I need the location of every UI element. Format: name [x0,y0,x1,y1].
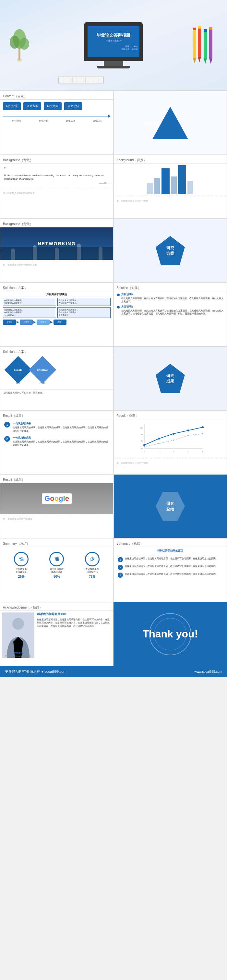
slide-bg-chart: Background（背景） 用一张图图来表达说明研究背景 [113,155,227,219]
result-list-header: Result（成果） [0,411,113,419]
summary-reasons-title: Summary [116,542,130,545]
svg-point-26 [143,444,145,446]
summary-reasons-heading: 得到优秀的结果的原因 [114,547,227,554]
instructor-name: 张老师 [132,48,138,50]
flow-cell-3: 在此处输入方案要点，在此处输入方案要点，入方案要点。 [3,307,56,318]
point-2-title: 方案说明2 [121,305,224,309]
slide-summary-reasons: Summary（总结） 得到优秀的结果的原因 1 在这里填写总结原因，在这里填写… [113,538,227,602]
triangle-text: 研究背景 [143,121,162,126]
row-5: Solution（方案） Simple 简单 Effective 有效 [0,347,227,410]
slide-summary-icons: Summary（总结） 快 提高结论数 并推荐活动 25% 准 计划总结推荐 [0,538,113,602]
google-image: Google [0,483,113,514]
svg-text:0: 0 [141,447,143,450]
bar-2 [154,178,160,194]
row-3: Background（背景） NETWORKING 用一张图片来说明研究背景的原… [0,219,227,283]
bullet-3: 3 [118,573,123,578]
solution-flow-title: Solution [3,286,14,290]
summary-point-1: 1 在这里填写总结原因，在这里填写总结原因，在这里填写总结原因，在这里填写总结的… [118,557,223,562]
google-g1: G [44,495,50,503]
quote-author: ——XXX [99,182,109,185]
decorative-plant [10,19,29,63]
flow-cell-2: 在此处输入方案要点，在此处输入方案要点。 [57,298,111,306]
ack-content: 黑鸟图网 网址：http://www.taobao.com/ 感谢我的指导老师X… [0,611,113,661]
accurate-percent: 50% [54,575,60,578]
less-label-2: 机结果方法 [87,571,98,573]
result-item-1: 1 一句话总结成果 在这里填写研究的成果，在这里填写研究的成果，在这里填写研究的… [4,422,109,433]
cover-info: 演讲人： J-bin 国际老师： 张老师 [87,45,140,51]
bar-4 [171,177,177,194]
summary-icons-cn: （总结） [17,542,30,545]
chengguo-pentagon: 研究 成果 [156,364,185,393]
summary-icon-fast: 快 提高结论数 并推荐活动 25% [14,552,29,578]
ack-thank-title: 感谢我的指导老师XXX [37,612,111,616]
flow-cell-4: 在此处输入方案要点，在此处输入方案要点，入方案要点。 [57,307,111,318]
less-char: 少 [90,556,94,562]
svg-point-33 [173,439,174,441]
row-1: Content（目录） 研究背景 研究方案 研究成果 研究总结 研究背景 研究方… [0,91,227,155]
bottom-banner: 更多精品PPT资源尽在 ● sucai999.com www.sucai999.… [0,666,227,677]
point-bullet-1 [117,294,120,296]
quote-section: " Route recommendation service has becom… [0,164,113,188]
bullet-2: 2 [118,565,123,570]
content-title: Content [3,94,14,98]
google-caption-area: 用一张图片来说明研究的成果 [0,514,113,522]
bg-quote-title: Background [3,158,20,162]
mountain-chart [114,164,227,196]
hexagon-label2: 总结 [167,506,174,512]
result-title-1: 一句话总结成果 [13,422,109,425]
summary-point-3: 3 在这里填写总结原因，在这里填写总结原因，在这里填写总结原因，在这里填写总结的… [118,573,223,578]
svg-text:15: 15 [140,427,143,429]
step-1: 步骤1 [3,320,16,325]
fast-circle: 快 [14,552,29,566]
line-chart-svg: 0 5 10 15 [135,422,206,455]
person-silhouette-wrap: 黑鸟图网 网址：http://www.taobao.com/ [2,612,34,659]
point-bullet-2 [117,306,120,309]
point-2-body: 在此处输入方案说明，在此处输入方案说明，在此处输入方案说明，在此处输入方案说明，… [121,309,224,316]
step-4: 步骤4 [54,320,67,325]
monitor-base [97,66,130,68]
toc-item-3: 研究成果 [44,102,62,110]
networking-title: Background [3,222,20,226]
diamonds-header: Solution（方案） [0,347,113,355]
result-text-1: 在这里填写研究的成果，在这里填写研究的成果，在这里填写研究的成果，在这里填写研究… [13,426,109,433]
summary-reasons-header: Summary（总结） [114,538,227,547]
result-chart-cn: （成果） [125,414,138,417]
svg-point-29 [187,430,189,431]
instructor-label: 国际老师： [122,48,131,50]
slide-zongjie-hexagon: 研究 总结 [113,474,227,538]
toc-item-1: 研究背景 [3,102,21,110]
fast-char: 快 [19,556,24,562]
bg-quote-header: Background（背景） [0,155,113,164]
triangle-label1: 研究背景 [145,122,160,126]
chart-caption: 用一张图图来表达说明研究背景 [116,200,148,202]
bg-quote-title-cn: （背景） [20,158,33,162]
networking-caption-area: 用一张图片来说明研究背景的原型 [0,260,113,268]
cover-title: 毕业论文答辩模版 [97,32,130,38]
presenter-name: J-bin [133,45,138,47]
row-7: Result（成果） Google 用一张图片来说明研究的成果 研究 总结 [0,474,227,538]
networking-caption: 用一张图片来说明研究背景的原型 [3,264,37,266]
svg-rect-11 [204,31,207,58]
slide-result-google: Result（成果） Google 用一张图片来说明研究的成果 [0,474,113,538]
toc-arrow-row [0,115,113,118]
summary-reasons-cn: （总结） [130,542,143,545]
row-8: Summary（总结） 快 提高结论数 并推荐活动 25% 准 计划总结推荐 [0,538,227,602]
google-o1: o [50,495,54,503]
toc-label-3: 研究成果 [66,119,75,123]
bar-3-peak [162,169,170,194]
presenter-label: 演讲人： [125,45,133,47]
fast-percent: 25% [18,575,25,578]
toc-item-2: 研究方案 [23,102,41,110]
step-2: 步骤2 [20,320,33,325]
pentagon-shape: 研究 方案 [156,236,185,266]
solution-text-title: Solution [116,286,128,290]
slide-thankyou: Thank you! [113,602,227,666]
arrow-3: ▶ [50,320,53,324]
svg-point-31 [144,446,145,447]
google-e: e [65,495,69,503]
slide-bg-quote: Background（背景） " Route recommendation se… [0,155,113,219]
svg-rect-5 [193,29,196,58]
triangle-wrapper: 研究背景 [152,107,188,139]
google-logo: Google [42,493,71,504]
content-title-cn: （目录） [14,94,27,98]
